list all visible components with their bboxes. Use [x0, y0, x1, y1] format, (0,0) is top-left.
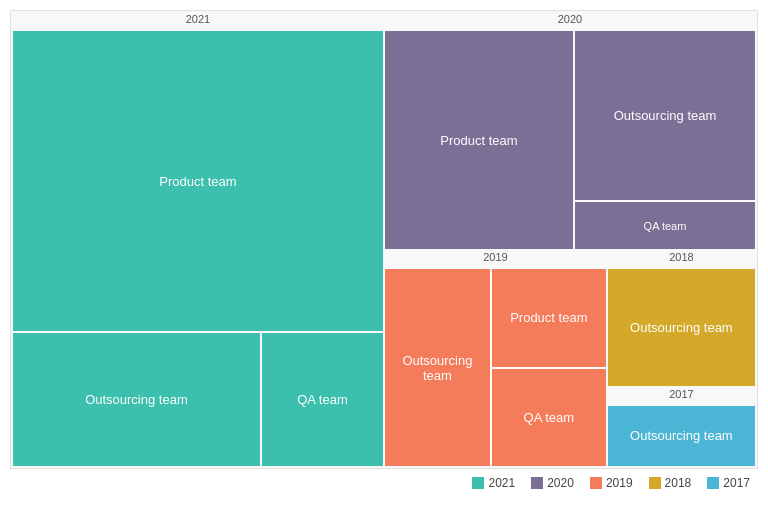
cell-2021-outsourcing-label: Outsourcing team	[85, 392, 188, 407]
row-2019: Outsourcing team Product team QA team	[385, 269, 606, 466]
legend-item-2017: 2017	[707, 476, 750, 490]
cell-2021-bottom: Outsourcing team QA team	[13, 333, 383, 466]
section-2017: 2017 Outsourcing team	[608, 388, 755, 466]
legend-label-2019: 2019	[606, 476, 633, 490]
cell-2020-qa-label: QA team	[644, 220, 687, 232]
cell-2019-outsourcing: Outsourcing team	[385, 269, 490, 466]
cell-2021-product-label: Product team	[159, 174, 236, 189]
year-label-2018: 2018	[608, 251, 755, 267]
row-2020: Product team Outsourcing team QA team	[385, 31, 755, 249]
section-2018: 2018 Outsourcing team	[608, 251, 755, 385]
legend-item-2020: 2020	[531, 476, 574, 490]
cell-2019-outsourcing-label: Outsourcing team	[389, 353, 486, 383]
cell-2019-qa: QA team	[492, 369, 606, 466]
cell-2021-qa-label: QA team	[297, 392, 348, 407]
cell-2021-qa: QA team	[262, 333, 383, 466]
legend-label-2018: 2018	[665, 476, 692, 490]
legend-item-2019: 2019	[590, 476, 633, 490]
legend-color-2019	[590, 477, 602, 489]
cell-2019-product: Product team	[492, 269, 606, 366]
legend-color-2018	[649, 477, 661, 489]
year-label-2020: 2020	[385, 13, 755, 29]
chart-container: 2021 Product team Outsourcing team QA te…	[10, 10, 758, 497]
cell-2020-qa: QA team	[575, 202, 755, 249]
legend-item-2021: 2021	[472, 476, 515, 490]
legend-color-2021	[472, 477, 484, 489]
col-2019: 2019 Outsourcing team Product team	[385, 251, 606, 466]
cell-2018-outsourcing: Outsourcing team	[608, 269, 755, 385]
cell-2020-product-label: Product team	[440, 133, 517, 148]
main-layout: 2021 Product team Outsourcing team QA te…	[13, 13, 755, 466]
cell-2017-outsourcing-label: Outsourcing team	[630, 428, 733, 443]
legend-color-2017	[707, 477, 719, 489]
legend-label-2017: 2017	[723, 476, 750, 490]
treemap: 2021 Product team Outsourcing team QA te…	[10, 10, 758, 469]
legend-item-2018: 2018	[649, 476, 692, 490]
year-label-2019: 2019	[385, 251, 606, 267]
right-bottom-section: 2019 Outsourcing team Product team	[385, 251, 755, 466]
col-2021: 2021 Product team Outsourcing team QA te…	[13, 13, 383, 466]
cell-2021-outsourcing: Outsourcing team	[13, 333, 260, 466]
year-label-2017: 2017	[608, 388, 755, 404]
legend-label-2020: 2020	[547, 476, 574, 490]
legend-label-2021: 2021	[488, 476, 515, 490]
right-area: 2020 Product team Outsourcing team	[385, 13, 755, 466]
cell-2017-outsourcing: Outsourcing team	[608, 406, 755, 466]
col-2018-2017: 2018 Outsourcing team 2017 Outsourcing t…	[608, 251, 755, 466]
legend: 2021 2020 2019 2018 2017	[10, 469, 758, 497]
legend-color-2020	[531, 477, 543, 489]
cell-2020-outsourcing: Outsourcing team	[575, 31, 755, 200]
year-label-2021: 2021	[13, 13, 383, 29]
right-top-section: 2020 Product team Outsourcing team	[385, 13, 755, 249]
col-2020-right: Outsourcing team QA team	[575, 31, 755, 249]
cell-2020-product: Product team	[385, 31, 573, 249]
cell-2021-product: Product team	[13, 31, 383, 331]
cell-2018-outsourcing-label: Outsourcing team	[630, 320, 733, 335]
cell-2020-outsourcing-label: Outsourcing team	[614, 108, 717, 123]
cell-2019-product-label: Product team	[510, 310, 587, 325]
col-2019-right: Product team QA team	[492, 269, 606, 466]
cell-2019-qa-label: QA team	[524, 410, 575, 425]
